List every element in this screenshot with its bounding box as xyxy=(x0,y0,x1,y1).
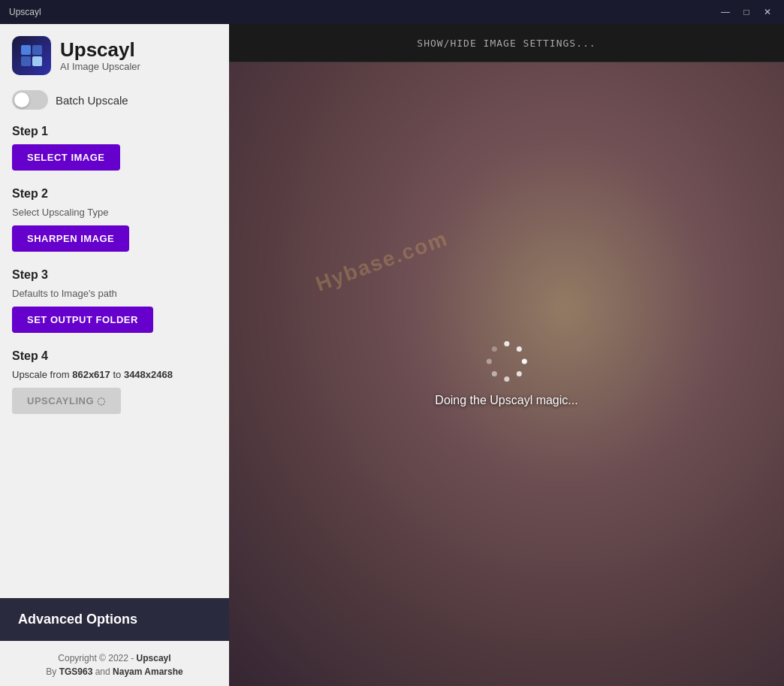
upscale-to-text: to xyxy=(110,369,124,380)
title-bar-title: Upscayl xyxy=(9,7,41,17)
step-2-sublabel: Select Upscaling Type xyxy=(12,207,217,218)
main-content: SHOW/HIDE IMAGE SETTINGS... Hybase.com xyxy=(229,24,784,686)
spinner-dot-5 xyxy=(492,371,497,376)
spinner-dot-4 xyxy=(504,376,509,382)
spinner-container: Doing the Upscayl magic... xyxy=(435,341,577,407)
app-body: Upscayl AI Image Upscaler Batch Upscale … xyxy=(0,24,784,686)
author1-name: TGS963 xyxy=(59,666,93,677)
app-name: Upscayl xyxy=(60,39,140,61)
svg-rect-2 xyxy=(21,56,31,66)
batch-upscale-label: Batch Upscale xyxy=(56,94,128,107)
step-4-section: Step 4 Upscale from 862x617 to 3448x2468… xyxy=(12,349,217,414)
upscayling-label: UPSCAYLING ◌ xyxy=(27,395,106,406)
step-1-section: Step 1 SELECT IMAGE xyxy=(12,125,217,171)
window-controls: — □ ✕ xyxy=(718,5,775,20)
show-hide-bar: SHOW/HIDE IMAGE SETTINGS... xyxy=(229,24,784,62)
spinner-dot-0 xyxy=(504,341,509,346)
app-header: Upscayl AI Image Upscaler xyxy=(12,36,217,75)
spinner-dot-7 xyxy=(492,346,497,352)
maximize-button[interactable]: □ xyxy=(739,5,754,20)
step-4-label: Step 4 xyxy=(12,349,217,363)
author2-name: Nayam Amarshe xyxy=(113,666,183,677)
footer-app-name: Upscayl xyxy=(137,653,171,663)
spinner-dot-3 xyxy=(517,371,522,376)
step-3-section: Step 3 Defaults to Image's path SET OUTP… xyxy=(12,268,217,333)
copyright-text: Copyright © 2022 - xyxy=(58,653,136,663)
and-text: and xyxy=(92,666,113,677)
batch-upscale-toggle-row: Batch Upscale xyxy=(12,90,217,110)
minimize-button[interactable]: — xyxy=(718,5,733,20)
sharpen-image-button[interactable]: SHARPEN IMAGE xyxy=(12,225,129,252)
step-3-label: Step 3 xyxy=(12,268,217,282)
select-image-button[interactable]: SELECT IMAGE xyxy=(12,144,120,171)
app-logo xyxy=(12,36,51,75)
advanced-options-button[interactable]: Advanced Options xyxy=(0,598,229,641)
title-bar: Upscayl — □ ✕ xyxy=(0,0,784,24)
svg-rect-0 xyxy=(21,45,31,55)
upscale-description: Upscale from 862x617 to 3448x2468 xyxy=(12,369,217,380)
sidebar-footer: Copyright © 2022 - Upscayl By TGS963 and… xyxy=(0,651,229,678)
toggle-thumb xyxy=(14,92,29,107)
spinner-dot-1 xyxy=(517,346,522,352)
upscayling-button[interactable]: UPSCAYLING ◌ xyxy=(12,388,121,414)
set-output-folder-button[interactable]: SET OUTPUT FOLDER xyxy=(12,307,153,333)
loading-spinner xyxy=(487,341,527,382)
step-1-label: Step 1 xyxy=(12,125,217,138)
show-hide-settings-link[interactable]: SHOW/HIDE IMAGE SETTINGS... xyxy=(417,38,596,49)
step-2-label: Step 2 xyxy=(12,187,217,201)
spinner-dot-6 xyxy=(487,359,492,364)
window-title: Upscayl xyxy=(9,7,41,17)
svg-rect-1 xyxy=(32,45,42,55)
app-subtitle: AI Image Upscaler xyxy=(60,61,140,72)
authors-line: By TGS963 and Nayam Amarshe xyxy=(0,665,229,678)
from-resolution: 862x617 xyxy=(72,369,110,380)
upscale-from-text: Upscale from xyxy=(12,369,72,380)
batch-upscale-toggle[interactable] xyxy=(12,90,48,110)
close-button[interactable]: ✕ xyxy=(760,5,775,20)
step-3-sublabel: Defaults to Image's path xyxy=(12,288,217,299)
to-resolution: 3448x2468 xyxy=(124,369,173,380)
step-2-section: Step 2 Select Upscaling Type SHARPEN IMA… xyxy=(12,187,217,252)
spinner-dot-2 xyxy=(522,359,527,364)
sidebar: Upscayl AI Image Upscaler Batch Upscale … xyxy=(0,24,229,686)
loading-text: Doing the Upscayl magic... xyxy=(435,394,577,407)
app-title-group: Upscayl AI Image Upscaler xyxy=(60,39,140,72)
by-text: By xyxy=(46,666,59,677)
image-area: Hybase.com Doing the Upscayl magic... xyxy=(229,62,784,686)
copyright-line: Copyright © 2022 - Upscayl xyxy=(0,651,229,665)
svg-rect-3 xyxy=(32,56,42,66)
toggle-track xyxy=(12,90,48,110)
